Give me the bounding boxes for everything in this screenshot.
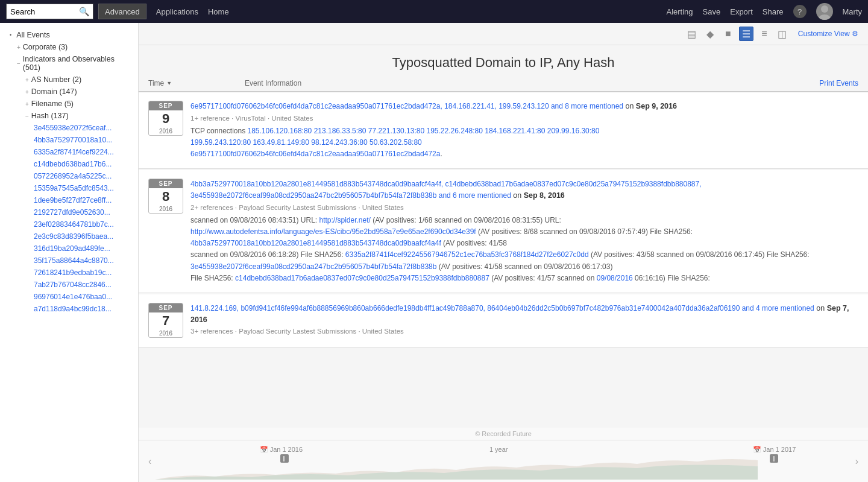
timeline-handle-right[interactable]: ∥ — [770, 454, 778, 463]
ip-link[interactable]: 199.59.243.120:80 — [190, 138, 251, 147]
event-title: 4bb3a7529770018a10bb120a2801e81449581d88… — [190, 179, 858, 201]
sidebar-hash-13[interactable]: 72618241b9edbab19c... — [0, 267, 138, 279]
event-title: 141.8.224.169, b09fd941cf46fe994af6b8885… — [190, 303, 858, 326]
alerting-link[interactable]: Alerting — [667, 7, 693, 16]
event-year: 2016 — [149, 330, 183, 338]
customize-view-link[interactable]: Customize View ⚙ — [798, 30, 858, 38]
event-body: 6e95717100fd076062b46fc06efd4da7c81c2eaa… — [190, 101, 858, 160]
event-meta: 3+ references · Payload Security Lastest… — [190, 328, 858, 335]
ip-link[interactable]: 185.106.120.168:80 — [248, 127, 312, 135]
user-avatar — [816, 3, 833, 20]
ip-link[interactable]: 77.221.130.13:80 — [368, 127, 424, 135]
date-link[interactable]: 09/08/2016 — [597, 274, 633, 282]
share-link[interactable]: Share — [763, 7, 784, 16]
event-date-box: SEP 9 2016 — [148, 101, 183, 136]
sidebar-all-events[interactable]: • All Events — [0, 29, 138, 41]
view-toolbar: ▤ ◆ ■ ☰ ≡ ◫ Customize View ⚙ — [139, 23, 868, 45]
expand-icon-as: + — [25, 77, 29, 83]
ip-link[interactable]: 163.49.81.149:80 — [253, 138, 309, 147]
hash-detail-link[interactable]: 4bb3a7529770018a10bb120a2801e81449581d88… — [190, 239, 441, 247]
info-column-header: Event Information — [197, 79, 819, 87]
nav-link-applications[interactable]: Applications — [156, 7, 198, 16]
sidebar-hash-2[interactable]: 4bb3a7529770018a10... — [0, 134, 138, 146]
event-day: 8 — [149, 188, 183, 206]
nav-link-home[interactable]: Home — [208, 7, 229, 16]
ip-link[interactable]: 98.124.243.36:80 — [311, 138, 367, 147]
timeline-scroll-left[interactable]: ‹ — [145, 456, 155, 467]
events-list: SEP 9 2016 6e95717100fd076062b46fc06efd4… — [139, 92, 868, 349]
sidebar-hash-6[interactable]: 15359a7545a5dfc8543... — [0, 182, 138, 194]
card-view-icon[interactable]: ◫ — [775, 27, 790, 41]
event-month: SEP — [149, 303, 183, 312]
search-input[interactable] — [10, 7, 77, 16]
sidebar-hash-8[interactable]: 2192727dfd9e052630... — [0, 206, 138, 218]
sidebar-hash[interactable]: − Hash (137) — [0, 110, 138, 122]
sort-icon: ▼ — [166, 80, 172, 86]
sidebar-hash-9[interactable]: 23ef02883464781bb7c... — [0, 218, 138, 230]
sidebar-hash-10[interactable]: 2e3c9c83d8396f5baea... — [0, 230, 138, 243]
sidebar-filename[interactable]: + Filename (5) — [0, 98, 138, 110]
search-icon[interactable]: 🔍 — [79, 7, 89, 16]
collapse-icon: − — [17, 60, 20, 67]
sidebar-hash-4[interactable]: c14dbebd638bad17b6... — [0, 158, 138, 170]
sidebar-hash-7[interactable]: 1dee9be5f27df27ce8ff... — [0, 194, 138, 206]
calendar-icon: 📅 — [260, 446, 268, 454]
bullet-icon: • — [10, 32, 11, 38]
sidebar-indicators[interactable]: − Indicators and Observables (501) — [0, 53, 138, 74]
globe-view-icon[interactable]: ◆ — [703, 27, 717, 41]
url-link[interactable]: http://spider.net/ — [319, 216, 371, 224]
event-hash-link[interactable]: 4bb3a7529770018a10bb120a2801e81449581d88… — [190, 180, 702, 200]
ip-link[interactable]: 209.99.16.30:80 — [547, 127, 600, 135]
export-link[interactable]: Export — [730, 7, 753, 16]
bullet-list-icon[interactable]: ≡ — [757, 27, 772, 41]
event-hash-link[interactable]: 141.8.224.169, b09fd941cf46fe994af6b8885… — [190, 304, 814, 312]
event-item: SEP 7 2016 141.8.224.169, b09fd941cf46fe… — [139, 294, 868, 348]
event-meta: 1+ reference · VirusTotal · United State… — [190, 115, 858, 122]
main-layout: • All Events + Corporate (3) − Indicator… — [0, 23, 868, 482]
sidebar-hash-16[interactable]: a7d118d9a4bc99dc18... — [0, 303, 138, 315]
event-detail: scanned on 09/08/2016 08:43:51) URL: htt… — [190, 215, 858, 284]
sidebar-hash-5[interactable]: 0572268952a4a5225c... — [0, 170, 138, 182]
sidebar-hash-3[interactable]: 6335a2f8741f4cef9224... — [0, 146, 138, 158]
copyright: © Recorded Future — [139, 428, 868, 440]
main-content: ▤ ◆ ■ ☰ ≡ ◫ Customize View ⚙ Typosquatte… — [139, 23, 868, 482]
sidebar-domain[interactable]: + Domain (147) — [0, 86, 138, 98]
help-button[interactable]: ? — [793, 5, 807, 18]
timeline-scroll-right[interactable]: › — [852, 456, 862, 467]
event-month: SEP — [149, 101, 183, 110]
sidebar-hash-1[interactable]: 3e455938e2072f6ceaf... — [0, 122, 138, 134]
hash-detail-link[interactable]: 6335a2f8741f4cef92245567946752c1ec76ba53… — [345, 250, 589, 259]
advanced-button[interactable]: Advanced — [98, 4, 146, 19]
ip-link[interactable]: 184.168.221.41:80 — [485, 127, 545, 135]
ip-link[interactable]: 50.63.202.58:80 — [370, 138, 422, 147]
user-name: Marty — [843, 7, 863, 16]
event-day: 7 — [149, 312, 183, 330]
event-meta: 2+ references · Payload Security Lastest… — [190, 204, 858, 211]
hash-detail-link[interactable]: 6e95717100fd076062b46fc06efd4da7c81c2eaa… — [190, 150, 440, 158]
event-day: 9 — [149, 110, 183, 128]
save-link[interactable]: Save — [703, 7, 721, 16]
print-events-link[interactable]: Print Events — [819, 79, 858, 87]
hash-detail-link[interactable]: 3e455938e2072f6ceaf99a08cd2950aa247bc2b9… — [190, 262, 436, 271]
chart-view-icon[interactable]: ▤ — [685, 27, 699, 41]
sidebar-as-number[interactable]: + AS Number (2) — [0, 74, 138, 86]
sidebar-hash-15[interactable]: 96976014e1e476baa0... — [0, 291, 138, 303]
sidebar-hash-12[interactable]: 35f175a88644a4c8870... — [0, 255, 138, 267]
search-container[interactable]: 🔍 — [6, 4, 93, 19]
ip-link[interactable]: 213.186.33.5:80 — [314, 127, 366, 135]
sidebar-hash-11[interactable]: 316d19ba209ad489fe... — [0, 243, 138, 255]
event-year: 2016 — [149, 206, 183, 214]
page-title: Typosquatted Domain to IP, Any Hash — [139, 45, 868, 75]
event-hash-link[interactable]: 6e95717100fd076062b46fc06efd4da7c81c2eaa… — [190, 102, 623, 110]
hash-detail-link[interactable]: c14dbebd638bad17b6adae0837ed07c9c0e80d25… — [235, 274, 489, 282]
event-date-box: SEP 7 2016 — [148, 303, 183, 338]
list-view-icon[interactable]: ☰ — [739, 27, 753, 41]
ip-link[interactable]: 195.22.26.248:80 — [426, 127, 482, 135]
grid-view-icon[interactable]: ■ — [721, 27, 735, 41]
sidebar-hash-14[interactable]: 7ab27b767048cc2846... — [0, 279, 138, 291]
url-link[interactable]: http://www.autodefentsa.info/language/es… — [190, 227, 476, 236]
event-on-date: Sep 8, 2016 — [524, 191, 565, 200]
event-body: 4bb3a7529770018a10bb120a2801e81449581d88… — [190, 179, 858, 284]
sidebar-corporate[interactable]: + Corporate (3) — [0, 41, 138, 53]
time-column-header[interactable]: Time ▼ — [148, 79, 197, 87]
